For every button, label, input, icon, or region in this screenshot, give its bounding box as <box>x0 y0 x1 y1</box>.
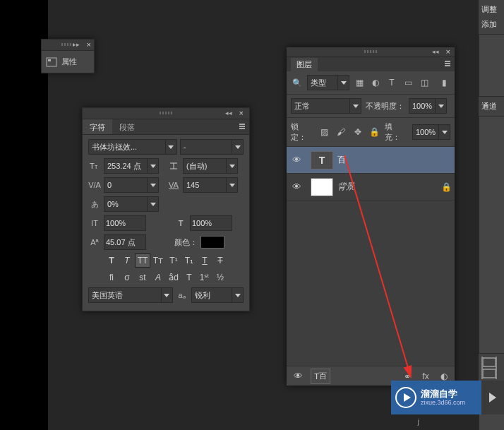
svg-rect-6 <box>483 369 496 378</box>
filmstrip-icon <box>481 357 497 383</box>
layer-name[interactable]: 背景 <box>337 181 438 193</box>
opacity-dropdown[interactable]: 100% <box>409 98 447 114</box>
vert-scale-input[interactable]: 100% <box>104 215 146 231</box>
font-style-dropdown[interactable]: - <box>180 139 244 155</box>
font-size-dropdown[interactable]: 253.24 点 <box>104 158 159 174</box>
adjustments-panel-tab[interactable]: 调整 添加 <box>479 0 504 35</box>
lock-position-icon[interactable]: ✥ <box>352 126 364 138</box>
filter-kind-dropdown[interactable]: 类型 <box>307 75 349 90</box>
underline-button[interactable]: T <box>197 253 212 268</box>
svg-rect-0 <box>47 58 56 66</box>
font-size-icon: TT <box>88 161 101 171</box>
half-button[interactable]: ½ <box>212 270 228 285</box>
layer-item-text[interactable]: 👁 T 百 <box>287 147 455 174</box>
ligature-fi-button[interactable]: fi <box>104 270 119 285</box>
kerning-value: 0 <box>104 181 147 189</box>
collapse-icon[interactable]: ◂◂ <box>225 109 232 117</box>
lock-transparency-icon[interactable]: ▨ <box>318 126 331 138</box>
close-icon[interactable]: × <box>87 40 91 49</box>
chevron-down-icon <box>232 288 243 302</box>
layer-name[interactable]: 百 <box>337 154 455 166</box>
add-label: 添加 <box>481 19 501 30</box>
tab-character[interactable]: 字符 <box>83 119 112 134</box>
horiz-scale-value: 100% <box>192 219 212 227</box>
play-icon <box>395 387 416 408</box>
lock-icon[interactable]: 🔒 <box>438 182 455 192</box>
filter-toggle-icon[interactable]: ▮ <box>438 76 450 89</box>
panel-header[interactable]: ▸▸ × <box>42 40 94 51</box>
filter-smart-icon[interactable]: ◫ <box>418 76 431 89</box>
eye-icon[interactable]: 👁 <box>287 181 306 192</box>
chevron-down-icon <box>337 76 349 90</box>
baseline-input[interactable]: 45.07 点 <box>104 234 146 250</box>
panel-header[interactable]: ◂◂ × <box>287 47 455 57</box>
color-swatch[interactable] <box>200 236 224 249</box>
layer-item-background[interactable]: 👁 背景 🔒 <box>287 174 455 201</box>
tab-paragraph[interactable]: 段落 <box>112 119 142 134</box>
play-button[interactable] <box>481 381 504 414</box>
antialias-dropdown[interactable]: 锐利 <box>191 287 244 303</box>
search-icon: 🔍 <box>291 78 304 88</box>
leading-dropdown[interactable]: (自动) <box>183 158 238 174</box>
filter-pixel-icon[interactable]: ▦ <box>353 76 366 89</box>
subscript-button[interactable]: T₁ <box>181 253 197 268</box>
horiz-scale-input[interactable]: 100% <box>190 215 232 231</box>
collapse-icon[interactable]: ▸▸ <box>73 41 80 48</box>
chevron-down-icon <box>161 288 172 302</box>
blend-mode-dropdown[interactable]: 正常 <box>291 98 361 114</box>
footer-thumb-label: 百 <box>319 371 327 381</box>
watermark-badge: 溜溜自学 zixue.3d66.com <box>391 381 481 414</box>
svg-rect-5 <box>483 358 496 366</box>
panel-header[interactable]: ◂◂ × <box>83 108 249 119</box>
color-label: 颜色： <box>174 237 198 248</box>
italic-button[interactable]: T <box>119 253 135 268</box>
layers-filter-row: 🔍 类型 ▦ ◐ T ▭ ◫ ▮ <box>287 71 455 95</box>
superscript-button[interactable]: T¹ <box>166 253 181 268</box>
svg-text:T: T <box>90 162 95 170</box>
panel-menu-icon[interactable] <box>238 122 246 132</box>
text-style-row2: fi σ st A ȃd T 1ˢᵗ ½ <box>88 270 244 285</box>
allcaps-button[interactable]: TT <box>135 253 150 268</box>
close-icon[interactable]: × <box>239 109 244 117</box>
lock-label: 锁定： <box>291 121 314 143</box>
tracking-value: 145 <box>184 181 226 189</box>
smallcaps-button[interactable]: Tᴛ <box>150 253 166 268</box>
font-style-value: - <box>181 143 232 151</box>
swash-button[interactable]: A <box>150 270 166 285</box>
filter-type-icon[interactable]: T <box>385 76 398 89</box>
filter-adjust-icon[interactable]: ◐ <box>369 76 382 89</box>
eye-icon[interactable]: 👁 <box>291 371 305 381</box>
fraction-button[interactable]: 1ˢᵗ <box>197 270 212 285</box>
language-dropdown[interactable]: 美国英语 <box>88 287 173 303</box>
kerning-icon: V/A <box>88 181 101 189</box>
bold-button[interactable]: T <box>104 253 119 268</box>
chevron-down-icon <box>232 140 243 154</box>
lock-all-icon[interactable]: 🔒 <box>368 126 381 138</box>
titling-button[interactable]: ȃd <box>166 270 181 285</box>
tsume-dropdown[interactable]: 0% <box>104 196 159 212</box>
lock-pixels-icon[interactable]: 🖌 <box>335 126 347 138</box>
baseline-icon: Aª <box>88 238 101 246</box>
vert-scale-icon: IT <box>88 219 101 227</box>
ligature-st-button[interactable]: st <box>135 270 150 285</box>
ligature-o-button[interactable]: σ <box>119 270 135 285</box>
ordinal-button[interactable]: T <box>181 270 197 285</box>
eye-icon[interactable]: 👁 <box>287 155 306 165</box>
kerning-dropdown[interactable]: 0 <box>104 177 159 193</box>
opacity-label: 不透明度： <box>366 101 404 112</box>
channels-panel-tab[interactable]: 通道 <box>479 96 504 117</box>
blend-mode-value: 正常 <box>292 101 349 112</box>
collapse-icon[interactable]: ◂◂ <box>432 48 439 55</box>
strikethrough-button[interactable]: T <box>212 253 228 268</box>
layer-thumb-bg <box>311 178 333 196</box>
panel-menu-icon[interactable] <box>443 59 452 69</box>
tab-layers[interactable]: 图层 <box>291 58 318 71</box>
filter-shape-icon[interactable]: ▭ <box>402 76 414 89</box>
baseline-value: 45.07 点 <box>106 237 136 248</box>
font-family-dropdown[interactable]: 书体坊禚效... <box>88 139 177 155</box>
tracking-dropdown[interactable]: 145 <box>183 177 238 193</box>
fill-dropdown[interactable]: 100% <box>412 124 450 140</box>
close-icon[interactable]: × <box>446 47 450 56</box>
opacity-value: 100% <box>409 102 435 110</box>
properties-panel: ▸▸ × 属性 <box>41 39 95 73</box>
